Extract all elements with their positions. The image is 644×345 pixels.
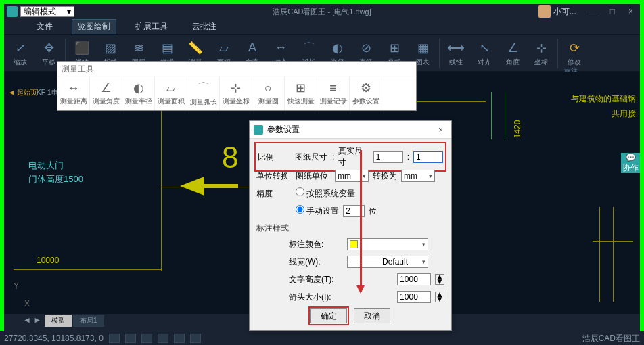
annotation-arrow-icon [360, 150, 362, 292]
paper-unit-select[interactable]: mm▾ [335, 170, 369, 182]
scale-real-input[interactable] [413, 151, 443, 163]
menu-cloud[interactable]: 云批注 [187, 20, 222, 34]
precision-manual-radio[interactable]: 手动设置 [296, 205, 339, 217]
maximize-button[interactable]: □ [606, 7, 619, 16]
ribbon-edit[interactable]: ⟳修改 [562, 40, 586, 67]
text-right2: 共用接 [612, 108, 636, 120]
status-btn[interactable] [125, 334, 136, 343]
status-btn[interactable] [141, 334, 152, 343]
dim-1420: 1420 [513, 120, 522, 139]
chat-icon: 💬 [626, 153, 636, 162]
titlebar: 编辑模式 ▾ 浩辰CAD看图王 - [电气1.dwg] 小可... — □ × [4, 4, 640, 19]
lineweight-label: 线宽(W): [289, 256, 343, 268]
text-height: 门体高度1500 [28, 173, 83, 185]
ok-button[interactable]: 确定 [310, 308, 347, 323]
precision-system-radio[interactable]: 按照系统变量 [296, 187, 355, 200]
menubar: 文件 览图绘制 扩展工具 云批注 [4, 19, 640, 35]
menu-file[interactable]: 文件 [31, 20, 58, 34]
ribbon-zoom[interactable]: ⤢缩放 [8, 40, 32, 67]
dialog-title: 参数设置 [267, 124, 300, 135]
ribbon-dim-align[interactable]: ⤡对齐 [472, 40, 497, 67]
cancel-button[interactable]: 取消 [354, 308, 390, 323]
status-coords: 27720.3345, 13185.8173, 0 [4, 334, 104, 343]
avatar[interactable] [538, 5, 551, 18]
target-unit-select[interactable]: mm▾ [401, 170, 435, 182]
ribbon-dim-angle[interactable]: ∠角度 [501, 40, 525, 67]
dim-10000: 10000 [37, 256, 59, 265]
side-coop[interactable]: 💬 协作 [621, 153, 640, 173]
convert-to-label: 转换为 [373, 170, 397, 182]
paper-size-label: 图纸尺寸 [295, 152, 328, 163]
menu-view[interactable]: 览图绘制 [72, 19, 116, 34]
tool-record[interactable]: ≡测量记录 [317, 76, 350, 110]
scale-paper-input[interactable] [373, 151, 403, 163]
dialog-icon [254, 125, 263, 135]
big-8: 8 [222, 141, 238, 175]
statusbar: 27720.3345, 13185.8173, 0 浩辰CAD看图王 [0, 331, 644, 345]
scale-row: 比例 图纸尺寸 : 真实尺寸 : [254, 142, 446, 172]
axis-x: X [24, 299, 30, 308]
ribbon-dim-coord[interactable]: ⊹坐标 [529, 40, 553, 67]
status-btn[interactable] [190, 334, 201, 343]
chevron-down-icon: ▾ [67, 7, 71, 16]
status-brand: 浩辰CAD看图王 [582, 333, 640, 344]
axis-y: Y [14, 281, 19, 291]
scale-label: 比例 [258, 152, 291, 163]
text-height-input[interactable] [397, 273, 431, 285]
tool-circle[interactable]: ○测量圆 [252, 76, 285, 110]
status-btn[interactable] [174, 334, 185, 343]
measure-search-input[interactable] [62, 64, 412, 74]
tool-arc[interactable]: ⌒测量弧长 [187, 76, 220, 110]
tool-area[interactable]: ▱测量面积 [155, 76, 187, 110]
window-title: 浩辰CAD看图王 - [电气1.dwg] [273, 7, 371, 17]
tool-angle[interactable]: ∠测量角度 [90, 76, 122, 110]
paper-unit-label: 图纸单位 [296, 170, 331, 182]
mode-combo[interactable]: 编辑模式 ▾ [20, 6, 74, 17]
unit-label: 单位转换 [256, 170, 292, 182]
dialog-titlebar[interactable]: 参数设置 × [250, 121, 451, 139]
text-right1: 与建筑物的基础钢 [571, 93, 636, 105]
menu-ext[interactable]: 扩展工具 [130, 20, 173, 34]
text-gate: 电动大门 [28, 160, 64, 172]
arrow-size-label: 箭头大小(I): [289, 292, 343, 303]
dialog-close-button[interactable]: × [434, 125, 447, 135]
precision-label: 精度 [256, 188, 292, 200]
tool-quick[interactable]: ⊞快速测量 [285, 76, 317, 110]
measure-panel: ↔测量距离 ∠测量角度 ◐测量半径 ▱测量面积 ⌒测量弧长 ⊹测量坐标 ○测量圆… [57, 61, 417, 111]
tool-distance[interactable]: ↔测量距离 [58, 76, 90, 110]
stepper-down[interactable]: ▼ [436, 279, 444, 284]
tab-layout1[interactable]: 布局1 [72, 314, 105, 327]
tool-coord[interactable]: ⊹测量坐标 [220, 76, 252, 110]
tab-model[interactable]: 模型 [44, 314, 72, 327]
layout-tabs: ◄ ► 模型 布局1 [20, 314, 105, 327]
settings-dialog: 参数设置 × 比例 图纸尺寸 : 真实尺寸 : 单位转换 图纸单位 mm▾ 转换… [249, 120, 452, 331]
arrow-size-input[interactable] [397, 291, 431, 303]
style-section-label: 标注样式 [256, 223, 444, 234]
color-select[interactable]: ▾ [347, 238, 428, 250]
stepper-down[interactable]: ▼ [436, 297, 444, 302]
doc-tab-start[interactable]: ◄ 起始页 [8, 88, 37, 97]
status-btn[interactable] [158, 334, 168, 343]
real-size-label: 真实尺寸 [338, 145, 369, 168]
tool-radius[interactable]: ◐测量半径 [122, 76, 155, 110]
close-button[interactable]: × [624, 7, 637, 16]
tool-settings[interactable]: ⚙参数设置 [350, 76, 382, 110]
user-name: 小可... [553, 6, 576, 18]
status-btn[interactable] [109, 334, 120, 343]
lineweight-select[interactable]: ————Default▾ [347, 256, 428, 268]
ribbon-dim-linear[interactable]: ⟷线性 [444, 40, 468, 67]
yellow-arrow-icon [180, 177, 204, 196]
mode-label: 编辑模式 [24, 6, 56, 18]
color-label: 标注颜色: [289, 239, 343, 250]
measure-search [58, 62, 416, 76]
minimize-button[interactable]: — [584, 7, 601, 16]
app-icon [7, 6, 18, 17]
text-height-label: 文字高度(T): [289, 274, 343, 285]
